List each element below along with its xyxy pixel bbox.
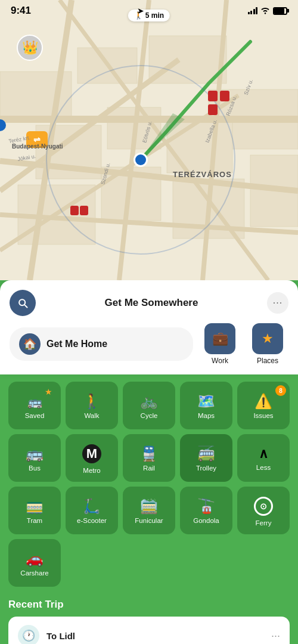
svg-rect-26 [220, 91, 229, 101]
work-icon: 💼 [212, 331, 228, 346]
trolley-icon: 🚎 [197, 447, 215, 461]
signal-bars [248, 7, 258, 14]
walk-icon: 🚶 [83, 394, 101, 408]
search-icon [17, 297, 29, 309]
search-row: Get Me Somewhere ··· [10, 290, 288, 316]
transport-gondola[interactable]: 🚡 Gondola [180, 487, 232, 534]
ferry-label: Ferry [256, 519, 272, 527]
location-icon: ➤ [137, 6, 144, 16]
signal-bar-4 [256, 7, 257, 14]
status-time: 9:41 [11, 5, 31, 17]
transport-bus[interactable]: 🚌 Bus [8, 434, 61, 482]
map-background: ⇌ Szív u. Rózsa u. Izabella u. Eötvös u.… [0, 0, 298, 280]
metro-icon: M [82, 444, 101, 463]
metro-label: Metro [83, 467, 100, 474]
quick-actions-row: 🏠 Get Me Home 💼 Work ★ Places [10, 323, 288, 365]
search-button[interactable] [10, 290, 36, 316]
ferry-icon: ⊙ [254, 497, 273, 516]
area-label: TERÉZVÁROS [173, 170, 232, 179]
funicular-icon: 🚞 [140, 499, 158, 513]
work-icon-container: 💼 [204, 323, 235, 354]
transport-maps[interactable]: 🗺️ Maps [180, 382, 232, 429]
transport-walk[interactable]: 🚶 Walk [66, 382, 118, 429]
places-quick-action[interactable]: ★ Places [247, 323, 288, 365]
carshare-icon: 🚗 [26, 552, 44, 566]
tram-label: Tram [27, 517, 42, 524]
status-icons [248, 6, 288, 16]
svg-rect-29 [80, 206, 88, 215]
search-card: Get Me Somewhere ··· 🏠 Get Me Home 💼 Wor… [0, 280, 298, 374]
less-label: Less [256, 464, 271, 471]
signal-bar-2 [250, 11, 252, 14]
bottom-panel: Get Me Somewhere ··· 🏠 Get Me Home 💼 Wor… [0, 280, 298, 644]
cycle-label: Cycle [141, 412, 158, 419]
maps-label: Maps [198, 412, 215, 419]
map-area: ⇌ Szív u. Rózsa u. Izabella u. Eötvös u.… [0, 0, 298, 280]
svg-rect-28 [70, 206, 79, 215]
issues-badge: 8 [275, 385, 286, 396]
recent-title: Recent Trip [8, 599, 290, 611]
search-title: Get Me Somewhere [43, 297, 260, 309]
work-label: Work [212, 357, 228, 365]
gondola-icon: 🚡 [197, 499, 215, 513]
transport-less[interactable]: ∧ Less [237, 434, 290, 482]
tram-icon: 🚃 [26, 499, 44, 513]
transport-funicular[interactable]: 🚞 Funicular [123, 487, 175, 534]
recent-trip-section: Recent Trip 🕐 To Lidl ··· [0, 594, 298, 644]
transport-trolley[interactable]: 🚎 Trolley [180, 434, 232, 482]
escooter-icon: 🛴 [83, 499, 101, 513]
recent-destination: To Lidl [46, 631, 264, 641]
more-options-button[interactable]: ··· [267, 292, 288, 314]
home-label: Get Me Home [46, 339, 107, 349]
places-label: Places [257, 357, 278, 365]
more-dots-icon: ··· [273, 298, 283, 308]
transport-saved[interactable]: 🚌★ Saved [8, 382, 61, 429]
bus-icon: 🚌 [26, 447, 44, 461]
saved-label: Saved [25, 412, 45, 419]
escooter-label: e-Scooter [77, 517, 107, 524]
walk-label: Walk [84, 412, 99, 419]
wifi-icon [260, 6, 270, 16]
signal-bar-1 [248, 12, 250, 14]
funicular-label: Funicular [135, 517, 163, 524]
recent-more-button[interactable]: ··· [271, 630, 280, 642]
signal-bar-3 [253, 9, 255, 14]
user-avatar: 👑 [17, 35, 43, 61]
saved-icon: 🚌★ [27, 394, 42, 408]
trolley-label: Trolley [196, 465, 216, 472]
carshare-label: Carshare [20, 569, 48, 577]
recent-trip-icon: 🕐 [18, 625, 39, 644]
transport-tram[interactable]: 🚃 Tram [8, 487, 61, 534]
recent-trip-card[interactable]: 🕐 To Lidl ··· [8, 617, 290, 644]
rail-label: Rail [143, 465, 155, 472]
svg-point-24 [135, 154, 146, 165]
svg-rect-27 [208, 104, 218, 115]
bus-label: Bus [29, 465, 41, 472]
transport-carshare[interactable]: 🚗 Carshare [8, 539, 61, 587]
issues-icon: ⚠️ [254, 394, 272, 408]
transport-issues[interactable]: ⚠️ Issues 8 [237, 382, 290, 429]
svg-rect-7 [167, 119, 232, 173]
transport-rail[interactable]: 🚆 Rail [123, 434, 175, 482]
transport-grid: 🚌★ Saved 🚶 Walk 🚲 Cycle 🗺️ Maps ⚠️ Issue… [0, 374, 298, 594]
battery-icon [273, 7, 287, 15]
transport-ferry[interactable]: ⊙ Ferry [237, 487, 290, 534]
gondola-label: Gondola [193, 517, 219, 524]
home-icon-container: 🏠 [19, 333, 41, 355]
transport-metro[interactable]: M Metro [66, 434, 118, 482]
svg-rect-25 [208, 91, 218, 101]
status-bar: 9:41 ➤ [0, 0, 298, 19]
places-icon: ★ [262, 331, 274, 346]
transport-cycle[interactable]: 🚲 Cycle [123, 382, 175, 429]
issues-label: Issues [253, 412, 273, 419]
cycle-icon: 🚲 [140, 394, 158, 408]
nyugati-label: Budapest-Nyugati [12, 143, 63, 150]
maps-icon: 🗺️ [197, 394, 215, 408]
home-icon: 🏠 [23, 338, 36, 351]
get-me-home-button[interactable]: 🏠 Get Me Home [10, 327, 193, 361]
less-icon: ∧ [259, 447, 268, 460]
places-icon-container: ★ [252, 323, 283, 354]
rail-icon: 🚆 [140, 447, 158, 461]
work-quick-action[interactable]: 💼 Work [199, 323, 241, 365]
transport-escooter[interactable]: 🛴 e-Scooter [66, 487, 118, 534]
